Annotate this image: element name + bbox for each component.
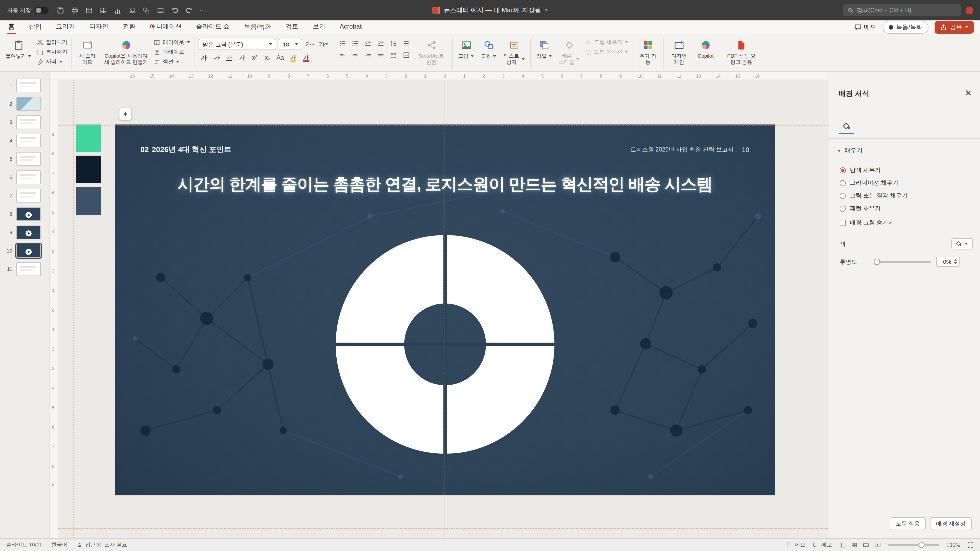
fill-option-1[interactable]: 그라데이션 채우기 — [840, 176, 975, 189]
slide-thumbnail-row-10[interactable]: 10 — [0, 241, 49, 260]
slider-track[interactable] — [873, 261, 931, 263]
notes-toggle[interactable]: 메모 — [786, 541, 805, 548]
slide-thumbnail-3[interactable] — [16, 115, 41, 129]
highlight-color-button[interactable]: 가 — [288, 52, 298, 63]
normal-view-icon[interactable] — [839, 541, 846, 548]
subscript-button[interactable]: x₂ — [262, 52, 272, 63]
columns-button[interactable] — [388, 51, 399, 60]
color-swatch-slate[interactable] — [76, 187, 101, 215]
image-icon[interactable] — [128, 6, 136, 14]
slide-thumbnail-9[interactable] — [16, 225, 41, 239]
slide-thumbnail-2[interactable] — [16, 97, 41, 110]
undo-icon[interactable] — [171, 6, 179, 14]
chart-icon[interactable] — [114, 6, 121, 14]
zoom-level[interactable]: 136% — [946, 542, 960, 548]
spin-up-icon[interactable] — [954, 259, 957, 261]
donut-diagram[interactable] — [332, 231, 558, 457]
convert-to-smartart-button[interactable]: SmartArt로 변환 — [414, 37, 448, 66]
hide-background-option[interactable]: 배경 그림 숨기기 — [840, 219, 894, 227]
radio-icon[interactable] — [840, 192, 846, 199]
slide-thumbnail-5[interactable] — [16, 152, 41, 165]
grow-font-button[interactable]: 가 — [305, 39, 315, 49]
tab-transitions[interactable]: 전환 — [122, 21, 137, 34]
increase-indent-button[interactable] — [375, 39, 386, 48]
search-input[interactable]: 검색(Cmd + Ctrl + U) — [843, 4, 961, 16]
textbox-button[interactable]: 텍스트 상자 — [502, 37, 526, 66]
slide-thumbnail-row-1[interactable]: 1 — [0, 76, 49, 94]
slide-title-text[interactable]: 시간의 한계를 줄이는 촘촘한 연결, 로지스원이 만드는 혁신적인 배송 시스… — [115, 173, 775, 196]
tab-insert[interactable]: 삽입 — [28, 21, 43, 34]
design-ideas-button[interactable] — [119, 108, 132, 121]
radio-icon[interactable] — [840, 180, 846, 186]
picture-button[interactable]: 그림 — [457, 37, 475, 60]
slide-thumbnail-row-8[interactable]: 8 — [0, 205, 49, 223]
shrink-font-button[interactable]: 가 — [318, 39, 329, 49]
superscript-button[interactable]: x² — [250, 52, 260, 63]
zoom-slider[interactable] — [888, 542, 939, 548]
font-size-select[interactable]: 18 — [279, 39, 302, 50]
print-icon[interactable] — [71, 6, 79, 14]
numbering-button[interactable] — [350, 39, 360, 48]
bullets-button[interactable] — [337, 39, 348, 48]
slide-thumbnail-row-3[interactable]: 3 — [0, 113, 49, 131]
slide-header-right[interactable]: 로지스원 2026년 사업 확장 전략 보고서 10 — [630, 146, 749, 154]
arrange-button[interactable]: 정렬 — [535, 37, 553, 60]
slide-sorter-view-icon[interactable] — [851, 541, 858, 548]
reset-button[interactable]: 원래대로 — [154, 48, 190, 56]
slide-thumbnail-row-2[interactable]: 2 — [0, 94, 49, 113]
color-swatch-green[interactable] — [76, 124, 101, 152]
save-icon[interactable] — [57, 6, 64, 14]
color-swatch-navy[interactable] — [76, 156, 101, 183]
comments-button[interactable]: 메모 — [854, 23, 876, 32]
slide-10-editing-surface[interactable]: 022026년 4대 혁신 포인트 로지스원 2026년 사업 확장 전략 보고… — [115, 124, 775, 495]
align-left-button[interactable] — [337, 51, 348, 60]
zoom-slider-knob[interactable] — [919, 542, 924, 548]
designer-button[interactable]: 디자인 제안 — [668, 37, 690, 66]
table-icon[interactable] — [100, 6, 107, 14]
spin-down-icon[interactable] — [954, 262, 957, 264]
fill-tab[interactable] — [838, 119, 854, 134]
comments-toggle[interactable]: 메모 — [813, 541, 832, 548]
reading-view-icon[interactable] — [862, 541, 869, 548]
close-icon[interactable] — [964, 88, 973, 97]
more-commands-icon[interactable]: ⋯ — [200, 7, 206, 14]
shape-outline-button[interactable]: 도형 윤곽선 — [585, 48, 628, 56]
copilot-new-slide-button[interactable]: Copilot을 사용하여 새 슬라이드 만들기 — [103, 37, 150, 66]
new-slide-icon[interactable] — [85, 6, 93, 14]
italic-button[interactable]: 가 — [211, 52, 221, 63]
tab-home[interactable]: 홈 — [7, 21, 16, 34]
quick-styles-button[interactable]: 빠른 스타일 — [557, 37, 581, 66]
slide-thumbnail-1[interactable] — [16, 78, 41, 92]
justify-button[interactable] — [375, 51, 386, 60]
font-color-button[interactable]: 가 — [301, 52, 311, 63]
copilot-button[interactable]: Copilot — [694, 37, 717, 60]
align-center-button[interactable] — [350, 51, 360, 60]
fill-section-header[interactable]: 채우기 — [838, 146, 862, 155]
slide-thumbnail-7[interactable] — [16, 189, 41, 202]
strikethrough-button[interactable]: 가 — [237, 52, 247, 63]
zoom-slider-track[interactable] — [888, 545, 939, 546]
slide-thumbnail-8[interactable] — [16, 207, 41, 221]
reset-background-button[interactable]: 배경 재설정 — [930, 517, 972, 530]
slide-thumbnail-row-4[interactable]: 4 — [0, 131, 49, 149]
slide-thumbnail-row-11[interactable]: 11 — [0, 260, 49, 278]
shapes-button[interactable]: 도형 — [479, 37, 498, 60]
textbox-icon[interactable] — [157, 6, 164, 14]
slideshow-view-icon[interactable] — [874, 541, 881, 548]
layout-button[interactable]: 레이아웃 — [154, 39, 190, 46]
fill-option-2[interactable]: 그림 또는 질감 채우기 — [840, 189, 975, 202]
slide-thumbnail-10[interactable] — [16, 244, 41, 257]
slide-eyebrow[interactable]: 022026년 4대 혁신 포인트 — [140, 145, 231, 155]
autosave-toggle[interactable] — [35, 6, 48, 14]
section-button[interactable]: 섹션 — [154, 58, 190, 65]
bold-button[interactable]: 가 — [199, 52, 209, 63]
fill-color-picker-button[interactable] — [951, 238, 973, 249]
transparency-slider[interactable] — [873, 259, 931, 265]
slide-thumbnail-6[interactable] — [16, 170, 41, 184]
slider-knob[interactable] — [873, 259, 880, 265]
underline-button[interactable]: 가 — [224, 52, 234, 63]
redo-icon[interactable] — [185, 6, 193, 14]
checkbox-icon[interactable] — [840, 220, 846, 226]
slide-thumbnail-row-6[interactable]: 6 — [0, 168, 49, 186]
apply-all-button[interactable]: 모두 적용 — [890, 517, 926, 530]
